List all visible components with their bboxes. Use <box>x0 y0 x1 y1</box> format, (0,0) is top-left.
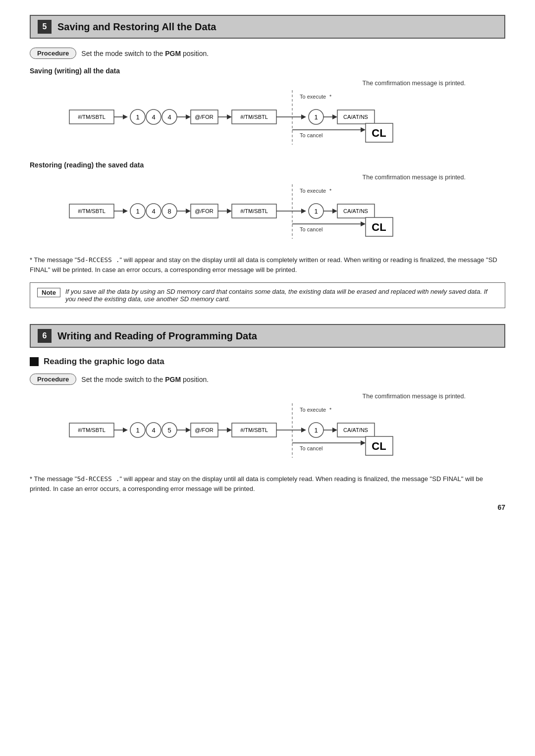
svg-text:4: 4 <box>152 427 155 434</box>
svg-text:#/TM/SBTL: #/TM/SBTL <box>78 114 106 120</box>
section6-header: 6 Writing and Reading of Programming Dat… <box>30 324 505 348</box>
svg-marker-11 <box>186 114 191 119</box>
svg-text:CA/AT/NS: CA/AT/NS <box>343 114 368 120</box>
restoring-header: Restoring (reading) the saved data <box>30 161 505 169</box>
svg-text:To execute: To execute <box>300 188 326 194</box>
svg-text:*: * <box>329 188 332 194</box>
svg-marker-83 <box>227 428 232 432</box>
black-square-icon <box>30 357 39 366</box>
svg-text:CA/AT/NS: CA/AT/NS <box>343 208 368 214</box>
svg-text:To execute: To execute <box>300 407 326 413</box>
procedure-badge-2: Procedure <box>30 374 76 385</box>
svg-marker-71 <box>123 428 128 432</box>
svg-text:4: 4 <box>167 113 171 121</box>
svg-text:To execute: To execute <box>300 94 326 100</box>
svg-text:*: * <box>329 407 332 413</box>
note-box: Note If you save all the data by using a… <box>30 282 505 308</box>
svg-marker-56 <box>301 209 306 214</box>
restoring-diagram: The comfirmation message is printed. #/T… <box>30 174 505 246</box>
svg-text:4: 4 <box>152 113 155 121</box>
svg-text:#/TM/SBTL: #/TM/SBTL <box>78 208 106 214</box>
section5-procedure-text: Set the mode switch to the PGM position. <box>81 50 209 57</box>
svg-text:@/FOR: @/FOR <box>195 427 213 433</box>
svg-marker-90 <box>301 428 306 432</box>
saving-diagram: The comfirmation message is printed. #/T… <box>30 80 505 152</box>
section6-title: Writing and Reading of Programming Data <box>57 330 257 342</box>
section5-title: Saving and Restoring All the Data <box>57 21 216 33</box>
svg-marker-15 <box>227 114 232 119</box>
section5-footnote: * The message "5d-RCCESS ." will appear … <box>30 255 505 274</box>
svg-text:CA/AT/NS: CA/AT/NS <box>343 427 368 433</box>
page-number: 67 <box>30 503 505 511</box>
svg-text:To cancel: To cancel <box>300 132 322 138</box>
svg-marker-79 <box>186 428 191 432</box>
svg-marker-45 <box>186 209 191 214</box>
svg-text:1: 1 <box>136 208 139 215</box>
svg-text:1: 1 <box>136 427 139 434</box>
reading-confirmation-msg: The comfirmation message is printed. <box>30 393 466 400</box>
svg-text:To cancel: To cancel <box>300 226 322 232</box>
reading-logo-header: Reading the graphic logo data <box>30 357 505 367</box>
svg-text:1: 1 <box>136 113 139 121</box>
reading-diagram: The comfirmation message is printed. #/T… <box>30 393 505 465</box>
svg-marker-94 <box>332 428 337 432</box>
svg-text:8: 8 <box>167 208 171 215</box>
svg-marker-37 <box>123 209 128 214</box>
svg-marker-60 <box>332 209 337 214</box>
section5-header: 5 Saving and Restoring All the Data <box>30 15 505 39</box>
restoring-confirmation-msg: The comfirmation message is printed. <box>30 174 466 181</box>
svg-marker-64 <box>361 221 366 226</box>
section6-procedure-text: Set the mode switch to the PGM position. <box>81 376 209 383</box>
section5-procedure-line: Procedure Set the mode switch to the PGM… <box>30 48 505 59</box>
section6-footnote: * The message "5d-RCCESS ." will appear … <box>30 474 505 493</box>
svg-text:#/TM/SBTL: #/TM/SBTL <box>78 427 106 433</box>
svg-text:CL: CL <box>372 440 386 452</box>
svg-text:CL: CL <box>372 127 386 139</box>
note-text: If you save all the data by using an SD … <box>65 288 498 303</box>
section6-procedure-line: Procedure Set the mode switch to the PGM… <box>30 374 505 385</box>
svg-marker-98 <box>361 440 366 445</box>
saving-header: Saving (writing) all the data <box>30 67 505 75</box>
svg-text:#/TM/SBTL: #/TM/SBTL <box>240 114 268 120</box>
note-label: Note <box>37 288 60 297</box>
section5-number: 5 <box>38 20 52 34</box>
svg-text:1: 1 <box>314 427 318 434</box>
restoring-flow-svg: #/TM/SBTL 1 4 8 @/FOR #/TM/SBTL To execu… <box>64 182 471 246</box>
svg-text:@/FOR: @/FOR <box>195 208 213 214</box>
svg-text:CL: CL <box>372 221 386 233</box>
svg-text:4: 4 <box>152 208 155 215</box>
saving-confirmation-msg: The comfirmation message is printed. <box>30 80 466 87</box>
svg-marker-3 <box>123 114 128 119</box>
svg-text:To cancel: To cancel <box>300 445 322 451</box>
procedure-badge-1: Procedure <box>30 48 76 59</box>
reading-logo-title: Reading the graphic logo data <box>44 357 164 367</box>
svg-text:5: 5 <box>167 427 171 434</box>
svg-text:1: 1 <box>314 113 318 121</box>
svg-text:1: 1 <box>314 208 318 215</box>
svg-text:@/FOR: @/FOR <box>195 114 213 120</box>
svg-marker-22 <box>301 114 306 119</box>
reading-flow-svg: #/TM/SBTL 1 4 5 @/FOR #/TM/SBTL To execu… <box>64 401 471 465</box>
svg-marker-26 <box>332 114 337 119</box>
saving-flow-svg: #/TM/SBTL 1 4 4 @/FOR #/TM/SBTL To execu… <box>64 88 471 152</box>
svg-marker-49 <box>227 209 232 214</box>
svg-text:#/TM/SBTL: #/TM/SBTL <box>240 208 268 214</box>
svg-text:#/TM/SBTL: #/TM/SBTL <box>240 427 268 433</box>
svg-marker-30 <box>361 127 366 132</box>
svg-text:*: * <box>329 94 332 100</box>
section6-number: 6 <box>38 329 52 343</box>
